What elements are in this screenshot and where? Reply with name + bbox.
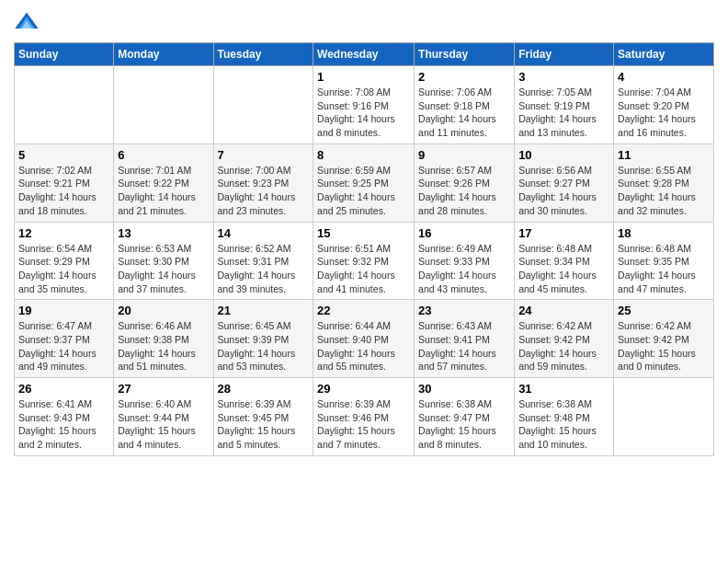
day-info: Sunrise: 6:59 AM Sunset: 9:25 PM Dayligh… bbox=[317, 164, 410, 218]
calendar-week-3: 12Sunrise: 6:54 AM Sunset: 9:29 PM Dayli… bbox=[15, 222, 714, 300]
calendar-cell: 9Sunrise: 6:57 AM Sunset: 9:26 PM Daylig… bbox=[415, 144, 515, 222]
day-info: Sunrise: 7:06 AM Sunset: 9:18 PM Dayligh… bbox=[418, 86, 510, 140]
calendar-cell: 23Sunrise: 6:43 AM Sunset: 9:41 PM Dayli… bbox=[415, 300, 515, 378]
day-info: Sunrise: 7:08 AM Sunset: 9:16 PM Dayligh… bbox=[317, 86, 410, 140]
day-number: 5 bbox=[18, 148, 109, 162]
calendar-cell: 8Sunrise: 6:59 AM Sunset: 9:25 PM Daylig… bbox=[313, 144, 415, 222]
day-info: Sunrise: 6:38 AM Sunset: 9:47 PM Dayligh… bbox=[418, 397, 510, 452]
calendar-cell: 17Sunrise: 6:48 AM Sunset: 9:34 PM Dayli… bbox=[515, 222, 614, 300]
day-number: 4 bbox=[618, 70, 710, 84]
day-info: Sunrise: 6:42 AM Sunset: 9:42 PM Dayligh… bbox=[618, 319, 710, 373]
day-info: Sunrise: 6:52 AM Sunset: 9:31 PM Dayligh… bbox=[218, 242, 310, 296]
day-info: Sunrise: 6:51 AM Sunset: 9:32 PM Dayligh… bbox=[317, 242, 410, 296]
day-number: 15 bbox=[317, 226, 410, 240]
day-number: 18 bbox=[618, 226, 710, 240]
calendar-cell bbox=[614, 378, 714, 456]
day-info: Sunrise: 6:39 AM Sunset: 9:46 PM Dayligh… bbox=[317, 397, 410, 452]
day-number: 1 bbox=[317, 70, 410, 84]
calendar-cell: 15Sunrise: 6:51 AM Sunset: 9:32 PM Dayli… bbox=[313, 222, 415, 300]
day-info: Sunrise: 6:40 AM Sunset: 9:44 PM Dayligh… bbox=[118, 397, 209, 452]
day-info: Sunrise: 6:54 AM Sunset: 9:29 PM Dayligh… bbox=[18, 242, 109, 296]
calendar-cell: 1Sunrise: 7:08 AM Sunset: 9:16 PM Daylig… bbox=[313, 66, 415, 144]
day-number: 29 bbox=[317, 382, 410, 396]
day-number: 23 bbox=[418, 304, 510, 317]
calendar-header: SundayMondayTuesdayWednesdayThursdayFrid… bbox=[15, 43, 714, 66]
calendar-cell: 5Sunrise: 7:02 AM Sunset: 9:21 PM Daylig… bbox=[15, 144, 114, 222]
calendar-cell: 14Sunrise: 6:52 AM Sunset: 9:31 PM Dayli… bbox=[213, 222, 313, 300]
day-number: 14 bbox=[218, 226, 310, 240]
day-info: Sunrise: 6:38 AM Sunset: 9:48 PM Dayligh… bbox=[518, 397, 609, 452]
day-info: Sunrise: 6:49 AM Sunset: 9:33 PM Dayligh… bbox=[418, 242, 510, 296]
day-info: Sunrise: 6:42 AM Sunset: 9:42 PM Dayligh… bbox=[518, 319, 609, 373]
calendar-cell bbox=[213, 66, 313, 144]
day-number: 24 bbox=[518, 304, 609, 317]
calendar-cell: 10Sunrise: 6:56 AM Sunset: 9:27 PM Dayli… bbox=[515, 144, 614, 222]
calendar-cell: 25Sunrise: 6:42 AM Sunset: 9:42 PM Dayli… bbox=[614, 300, 714, 378]
calendar-table: SundayMondayTuesdayWednesdayThursdayFrid… bbox=[14, 42, 714, 456]
calendar-cell bbox=[114, 66, 213, 144]
day-number: 12 bbox=[18, 226, 109, 240]
day-info: Sunrise: 6:48 AM Sunset: 9:34 PM Dayligh… bbox=[518, 242, 609, 296]
calendar-cell: 20Sunrise: 6:46 AM Sunset: 9:38 PM Dayli… bbox=[114, 300, 213, 378]
calendar-cell: 7Sunrise: 7:00 AM Sunset: 9:23 PM Daylig… bbox=[213, 144, 313, 222]
day-info: Sunrise: 6:56 AM Sunset: 9:27 PM Dayligh… bbox=[518, 164, 609, 218]
day-number: 9 bbox=[418, 148, 510, 162]
logo-icon bbox=[14, 9, 40, 35]
calendar-cell: 3Sunrise: 7:05 AM Sunset: 9:19 PM Daylig… bbox=[515, 66, 614, 144]
calendar-cell: 29Sunrise: 6:39 AM Sunset: 9:46 PM Dayli… bbox=[313, 378, 415, 456]
day-info: Sunrise: 7:04 AM Sunset: 9:20 PM Dayligh… bbox=[618, 86, 710, 140]
day-number: 27 bbox=[118, 382, 209, 396]
weekday-header-sunday: Sunday bbox=[15, 43, 114, 66]
weekday-header-monday: Monday bbox=[114, 43, 213, 66]
calendar-cell: 19Sunrise: 6:47 AM Sunset: 9:37 PM Dayli… bbox=[15, 300, 114, 378]
calendar-cell: 11Sunrise: 6:55 AM Sunset: 9:28 PM Dayli… bbox=[614, 144, 714, 222]
day-number: 10 bbox=[518, 148, 609, 162]
calendar-cell: 26Sunrise: 6:41 AM Sunset: 9:43 PM Dayli… bbox=[15, 378, 114, 456]
day-number: 16 bbox=[418, 226, 510, 240]
day-info: Sunrise: 6:41 AM Sunset: 9:43 PM Dayligh… bbox=[18, 397, 109, 452]
day-info: Sunrise: 6:57 AM Sunset: 9:26 PM Dayligh… bbox=[418, 164, 510, 218]
calendar-cell bbox=[15, 66, 114, 144]
day-info: Sunrise: 6:46 AM Sunset: 9:38 PM Dayligh… bbox=[118, 319, 209, 373]
logo bbox=[14, 9, 43, 35]
weekday-header-tuesday: Tuesday bbox=[213, 43, 313, 66]
day-number: 26 bbox=[18, 382, 109, 396]
calendar-week-1: 1Sunrise: 7:08 AM Sunset: 9:16 PM Daylig… bbox=[15, 66, 714, 144]
weekday-header-thursday: Thursday bbox=[415, 43, 515, 66]
weekday-row: SundayMondayTuesdayWednesdayThursdayFrid… bbox=[15, 43, 714, 66]
weekday-header-saturday: Saturday bbox=[614, 43, 714, 66]
calendar-cell: 18Sunrise: 6:48 AM Sunset: 9:35 PM Dayli… bbox=[614, 222, 714, 300]
day-number: 7 bbox=[218, 148, 310, 162]
calendar-week-2: 5Sunrise: 7:02 AM Sunset: 9:21 PM Daylig… bbox=[15, 144, 714, 222]
day-number: 25 bbox=[618, 304, 710, 317]
calendar-cell: 4Sunrise: 7:04 AM Sunset: 9:20 PM Daylig… bbox=[614, 66, 714, 144]
weekday-header-wednesday: Wednesday bbox=[313, 43, 415, 66]
calendar-cell: 12Sunrise: 6:54 AM Sunset: 9:29 PM Dayli… bbox=[15, 222, 114, 300]
calendar-week-5: 26Sunrise: 6:41 AM Sunset: 9:43 PM Dayli… bbox=[15, 378, 714, 456]
calendar-cell: 21Sunrise: 6:45 AM Sunset: 9:39 PM Dayli… bbox=[213, 300, 313, 378]
day-info: Sunrise: 7:02 AM Sunset: 9:21 PM Dayligh… bbox=[18, 164, 109, 218]
calendar-cell: 13Sunrise: 6:53 AM Sunset: 9:30 PM Dayli… bbox=[114, 222, 213, 300]
calendar-cell: 16Sunrise: 6:49 AM Sunset: 9:33 PM Dayli… bbox=[415, 222, 515, 300]
day-number: 11 bbox=[618, 148, 710, 162]
day-info: Sunrise: 6:55 AM Sunset: 9:28 PM Dayligh… bbox=[618, 164, 710, 218]
day-number: 20 bbox=[118, 304, 209, 317]
day-info: Sunrise: 6:53 AM Sunset: 9:30 PM Dayligh… bbox=[118, 242, 209, 296]
calendar-cell: 27Sunrise: 6:40 AM Sunset: 9:44 PM Dayli… bbox=[114, 378, 213, 456]
day-info: Sunrise: 6:48 AM Sunset: 9:35 PM Dayligh… bbox=[618, 242, 710, 296]
calendar-cell: 31Sunrise: 6:38 AM Sunset: 9:48 PM Dayli… bbox=[515, 378, 614, 456]
calendar-cell: 22Sunrise: 6:44 AM Sunset: 9:40 PM Dayli… bbox=[313, 300, 415, 378]
day-number: 19 bbox=[18, 304, 109, 317]
day-number: 28 bbox=[218, 382, 310, 396]
day-info: Sunrise: 6:44 AM Sunset: 9:40 PM Dayligh… bbox=[317, 319, 410, 373]
day-info: Sunrise: 6:47 AM Sunset: 9:37 PM Dayligh… bbox=[18, 319, 109, 373]
calendar-cell: 24Sunrise: 6:42 AM Sunset: 9:42 PM Dayli… bbox=[515, 300, 614, 378]
day-number: 8 bbox=[317, 148, 410, 162]
day-info: Sunrise: 6:39 AM Sunset: 9:45 PM Dayligh… bbox=[218, 397, 310, 452]
day-number: 30 bbox=[418, 382, 510, 396]
day-number: 31 bbox=[518, 382, 609, 396]
calendar-cell: 28Sunrise: 6:39 AM Sunset: 9:45 PM Dayli… bbox=[213, 378, 313, 456]
calendar-cell: 2Sunrise: 7:06 AM Sunset: 9:18 PM Daylig… bbox=[415, 66, 515, 144]
day-number: 2 bbox=[418, 70, 510, 84]
calendar-body: 1Sunrise: 7:08 AM Sunset: 9:16 PM Daylig… bbox=[15, 66, 714, 456]
